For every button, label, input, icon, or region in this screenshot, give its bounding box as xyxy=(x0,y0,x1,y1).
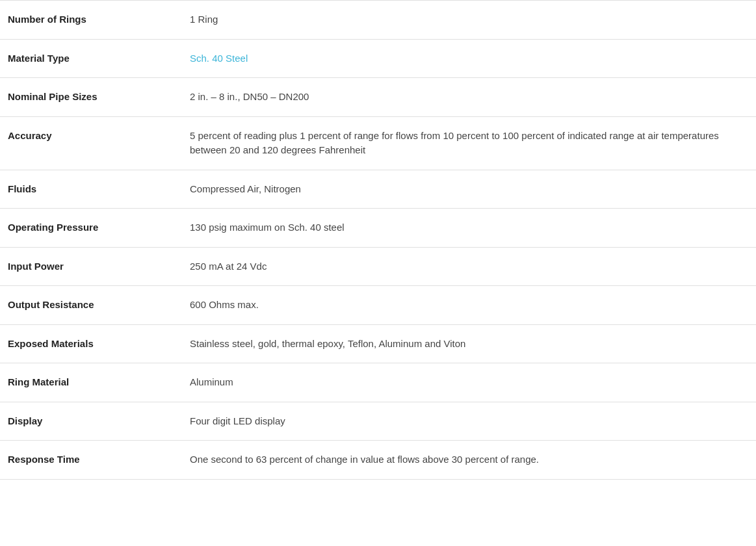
spec-value: 2 in. – 8 in., DN50 – DN200 xyxy=(182,78,756,117)
table-row: Nominal Pipe Sizes2 in. – 8 in., DN50 – … xyxy=(0,78,756,117)
spec-label: Accuracy xyxy=(0,116,182,170)
spec-label: Operating Pressure xyxy=(0,209,182,248)
spec-label: Output Resistance xyxy=(0,286,182,325)
table-row: DisplayFour digit LED display xyxy=(0,402,756,441)
table-row: Accuracy5 percent of reading plus 1 perc… xyxy=(0,116,756,170)
spec-label: Ring Material xyxy=(0,363,182,402)
specs-table: Number of Rings1 RingMaterial TypeSch. 4… xyxy=(0,0,756,480)
spec-label: Number of Rings xyxy=(0,1,182,40)
spec-value: One second to 63 percent of change in va… xyxy=(182,441,756,480)
spec-label: Material Type xyxy=(0,39,182,78)
spec-value: 600 Ohms max. xyxy=(182,286,756,325)
spec-label: Nominal Pipe Sizes xyxy=(0,78,182,117)
spec-value[interactable]: Sch. 40 Steel xyxy=(182,39,756,78)
spec-label: Exposed Materials xyxy=(0,324,182,363)
spec-value: Stainless steel, gold, thermal epoxy, Te… xyxy=(182,324,756,363)
spec-value: Compressed Air, Nitrogen xyxy=(182,170,756,209)
spec-label: Fluids xyxy=(0,170,182,209)
table-row: FluidsCompressed Air, Nitrogen xyxy=(0,170,756,209)
spec-value-link[interactable]: Sch. 40 Steel xyxy=(190,53,248,64)
table-row: Response TimeOne second to 63 percent of… xyxy=(0,441,756,480)
spec-value: 130 psig maximum on Sch. 40 steel xyxy=(182,209,756,248)
spec-value: 250 mA at 24 Vdc xyxy=(182,247,756,286)
table-row: Exposed MaterialsStainless steel, gold, … xyxy=(0,324,756,363)
spec-value: Aluminum xyxy=(182,363,756,402)
spec-label: Display xyxy=(0,402,182,441)
spec-value: 5 percent of reading plus 1 percent of r… xyxy=(182,116,756,170)
table-row: Number of Rings1 Ring xyxy=(0,1,756,40)
table-row: Ring MaterialAluminum xyxy=(0,363,756,402)
table-row: Input Power250 mA at 24 Vdc xyxy=(0,247,756,286)
table-row: Output Resistance600 Ohms max. xyxy=(0,286,756,325)
spec-label: Input Power xyxy=(0,247,182,286)
table-row: Material TypeSch. 40 Steel xyxy=(0,39,756,78)
table-row: Operating Pressure130 psig maximum on Sc… xyxy=(0,209,756,248)
spec-value: 1 Ring xyxy=(182,1,756,40)
spec-label: Response Time xyxy=(0,441,182,480)
spec-value: Four digit LED display xyxy=(182,402,756,441)
